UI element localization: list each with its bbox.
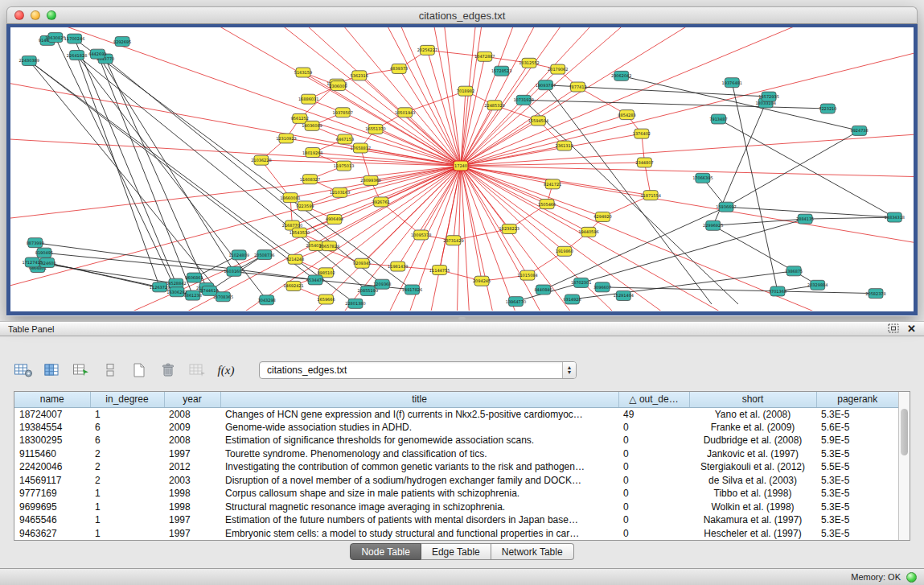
graph-node[interactable]: 13964770 bbox=[506, 297, 526, 307]
graph-node[interactable]: 12103163 bbox=[330, 187, 350, 197]
column-header-title[interactable]: title bbox=[220, 392, 618, 407]
graph-node[interactable]: 11981439 bbox=[388, 262, 408, 271]
cell-in_degree[interactable]: 1 bbox=[90, 513, 164, 527]
cell-name[interactable]: 9463627 bbox=[14, 527, 90, 541]
graph-node[interactable]: 8292695 bbox=[113, 37, 131, 47]
cell-pagerank[interactable]: 5.5E-5 bbox=[816, 460, 898, 474]
table-settings-button[interactable] bbox=[13, 360, 34, 380]
cell-name[interactable]: 9699695 bbox=[14, 501, 90, 514]
cell-pagerank[interactable]: 5.3E-5 bbox=[816, 513, 898, 527]
graph-node[interactable]: 22801380 bbox=[345, 299, 365, 308]
graph-node[interactable]: 11144755 bbox=[429, 266, 450, 275]
cell-year[interactable]: 1997 bbox=[164, 527, 220, 541]
graph-node[interactable]: 10501943 bbox=[395, 108, 415, 117]
graph-node[interactable]: 18572935 bbox=[758, 92, 778, 101]
cell-short[interactable]: Dudbridge et al. (2008) bbox=[689, 434, 816, 447]
graph-node[interactable]: 11700246 bbox=[64, 34, 84, 43]
graph-node[interactable]: 2361313 bbox=[556, 141, 573, 150]
graph-node[interactable]: 11015084 bbox=[517, 270, 537, 280]
graph-node[interactable]: 4839373 bbox=[390, 64, 408, 73]
cell-name[interactable]: 19384554 bbox=[14, 421, 90, 435]
graph-node[interactable]: 8854283 bbox=[618, 110, 635, 120]
minimize-button[interactable] bbox=[31, 10, 40, 20]
function-builder-button[interactable]: f(x) bbox=[216, 360, 236, 380]
cell-short[interactable]: de Silva et al. (2003) bbox=[689, 474, 816, 488]
cell-name[interactable]: 18300295 bbox=[14, 434, 90, 447]
graph-node[interactable]: 23731429 bbox=[443, 236, 463, 245]
delete-table-button[interactable] bbox=[158, 360, 179, 380]
cell-pagerank[interactable]: 5.9E-5 bbox=[816, 434, 898, 447]
cell-short[interactable]: Stergiakouli et al. (2012) bbox=[689, 460, 816, 474]
graph-node[interactable]: 20657829 bbox=[319, 241, 339, 251]
splitter-handle[interactable] bbox=[458, 317, 466, 320]
cell-name[interactable]: 18724007 bbox=[14, 407, 90, 421]
graph-node[interactable]: 8241721 bbox=[544, 179, 561, 189]
graph-node[interactable]: 9924738 bbox=[850, 126, 868, 135]
close-button[interactable] bbox=[14, 10, 24, 20]
cell-title[interactable]: Estimation of the future numbers of pati… bbox=[220, 513, 618, 527]
column-header-pagerank[interactable]: pagerank bbox=[816, 392, 898, 407]
cell-in_degree[interactable]: 1 bbox=[90, 501, 164, 514]
graph-node[interactable]: 16306292 bbox=[166, 287, 187, 297]
graph-node[interactable]: 18702301 bbox=[571, 278, 591, 287]
cell-out_degree[interactable]: 0 bbox=[618, 447, 689, 461]
graph-node[interactable]: 19093787 bbox=[536, 80, 556, 90]
column-header-name[interactable]: name bbox=[14, 392, 90, 407]
graph-node[interactable]: 3096607 bbox=[593, 282, 611, 292]
graph-node[interactable]: 23062042 bbox=[611, 71, 631, 80]
cell-title[interactable]: Corpus callosum shape and size in male p… bbox=[220, 487, 618, 501]
column-header-year[interactable]: year bbox=[164, 392, 220, 407]
graph-node[interactable]: 18660081 bbox=[280, 193, 300, 203]
graph-node[interactable]: 17066395 bbox=[692, 173, 713, 183]
graph-node[interactable]: 7913487 bbox=[709, 114, 727, 124]
cell-out_degree[interactable]: 0 bbox=[618, 501, 689, 514]
table-row[interactable]: 1938455462009Genome-wide association stu… bbox=[14, 421, 898, 435]
graph-node[interactable]: 20256227 bbox=[417, 45, 437, 55]
graph-node[interactable]: 5163159 bbox=[294, 68, 312, 77]
cell-short[interactable]: Franke et al. (2009) bbox=[689, 421, 816, 435]
graph-node[interactable]: 5362316 bbox=[351, 71, 368, 80]
graph-node[interactable]: 11608327 bbox=[300, 175, 320, 184]
graph-node[interactable]: 17127415 bbox=[22, 257, 42, 267]
select-columns-button[interactable] bbox=[42, 360, 63, 380]
graph-node[interactable]: 22996925 bbox=[703, 220, 723, 230]
cell-in_degree[interactable]: 2 bbox=[90, 474, 164, 488]
cell-year[interactable]: 1998 bbox=[164, 501, 220, 514]
graph-node[interactable]: 3043298 bbox=[258, 295, 276, 305]
graph-node[interactable]: 12310923 bbox=[276, 134, 296, 143]
graph-node[interactable]: 15936697 bbox=[716, 202, 736, 212]
cell-title[interactable]: Estimation of significance thresholds fo… bbox=[220, 434, 618, 447]
graph-node[interactable]: 6534470 bbox=[306, 275, 324, 285]
cell-pagerank[interactable]: 5.3E-5 bbox=[816, 487, 898, 501]
cell-pagerank[interactable]: 5.3E-5 bbox=[816, 501, 898, 514]
graph-node[interactable]: 11975013 bbox=[334, 161, 354, 171]
graph-node[interactable]: 10731928 bbox=[513, 95, 533, 105]
graph-node[interactable]: 6467153 bbox=[336, 134, 354, 144]
graph-node[interactable]: 8744614 bbox=[200, 286, 218, 295]
graph-node[interactable]: 1659666 bbox=[317, 295, 335, 304]
cell-in_degree[interactable]: 2 bbox=[90, 447, 164, 461]
table-row[interactable]: 1872400712008Changes of HCN gene express… bbox=[14, 407, 898, 421]
graph-node[interactable]: 6442693 bbox=[88, 49, 106, 59]
graph-node[interactable]: 20582378 bbox=[865, 289, 885, 299]
graph-node[interactable]: 8606861 bbox=[185, 273, 203, 282]
tab-node-table[interactable]: Node Table bbox=[350, 543, 421, 560]
graph-node[interactable]: 3701368 bbox=[769, 286, 786, 296]
cell-pagerank[interactable]: 5.6E-5 bbox=[816, 421, 898, 435]
graph-node[interactable]: 2884135 bbox=[796, 214, 814, 224]
graph-node[interactable]: 2306009 bbox=[329, 81, 347, 91]
cell-year[interactable]: 1997 bbox=[164, 447, 220, 461]
graph-node[interactable]: 7223210 bbox=[819, 104, 836, 113]
graph-node[interactable]: 16551370 bbox=[365, 124, 385, 134]
cell-in_degree[interactable]: 6 bbox=[90, 421, 164, 435]
cell-title[interactable]: Changes of HCN gene expression and I(f) … bbox=[220, 407, 618, 421]
graph-node[interactable]: 11024809 bbox=[228, 250, 248, 260]
cell-name[interactable]: 9465546 bbox=[14, 513, 90, 527]
zoom-button[interactable] bbox=[47, 10, 56, 20]
table-scrollbar[interactable] bbox=[898, 392, 910, 540]
graph-node[interactable]: 20508736 bbox=[254, 250, 274, 260]
cell-pagerank[interactable]: 5.3E-5 bbox=[816, 407, 898, 421]
table-row[interactable]: 2242004622012Investigating the contribut… bbox=[14, 460, 898, 474]
graph-node[interactable]: 21036228 bbox=[251, 155, 271, 165]
table-row[interactable]: 977716911998Corpus callosum shape and si… bbox=[14, 487, 898, 501]
